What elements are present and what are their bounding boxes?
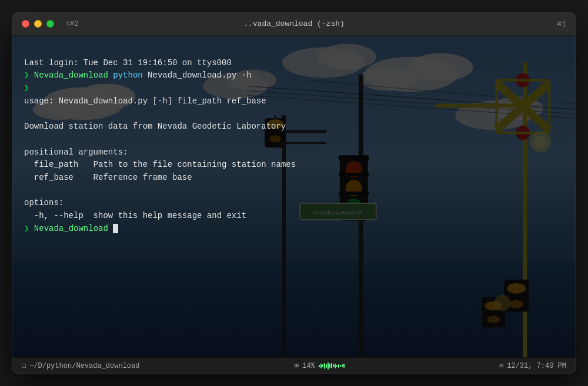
terminal-overlay[interactable]: Last login: Tue Dec 31 19:16:50 on ttys0… (12, 36, 576, 357)
waveform-bar (329, 364, 330, 368)
file-path-line: file_path Path to the file containing st… (24, 160, 296, 169)
waveform (319, 362, 345, 370)
options-header: options: (24, 198, 64, 207)
terminal-window: ⌥⌘2 ..vada_download (-zsh) ⌘1 (12, 12, 576, 374)
prompt-dir-1: Nevada_download (34, 71, 108, 80)
current-path: ~/D/python/Nevada_download (29, 362, 139, 370)
waveform-bar (322, 364, 323, 367)
statusbar-right: ⊙ 12/31, 7:40 PM (499, 361, 566, 370)
waveform-bar (343, 364, 345, 368)
window-title: ..vada_download (-zsh) (243, 19, 345, 28)
terminal-content: Last login: Tue Dec 31 19:16:50 on ttys0… (24, 44, 564, 235)
close-button[interactable] (22, 20, 29, 28)
ref-base-line: ref_base Reference frame base (24, 173, 192, 182)
statusbar: □ ~/D/python/Nevada_download ⊞ 14% (12, 357, 576, 374)
terminal-body[interactable]: Kamakura Road St. (12, 36, 576, 357)
cpu-icon: ⊞ (295, 361, 299, 370)
waveform-bar (335, 364, 336, 368)
prompt-arrow-1: ❯ (24, 71, 34, 80)
maximize-button[interactable] (46, 20, 54, 28)
folder-icon: □ (22, 362, 26, 370)
cmd-python: python (113, 71, 142, 80)
shortcut-right: ⌘1 (557, 19, 566, 29)
positional-header: positional arguments: (24, 147, 128, 157)
waveform-bar (320, 364, 322, 368)
minimize-button[interactable] (34, 20, 42, 28)
cursor (113, 224, 118, 233)
waveform-bar (336, 365, 338, 367)
datetime: 12/31, 7:40 PM (507, 362, 566, 370)
waveform-bar (340, 365, 341, 367)
titlebar: ⌥⌘2 ..vada_download (-zsh) ⌘1 (12, 12, 576, 36)
statusbar-center: ⊞ 14% (295, 361, 345, 370)
statusbar-left: □ ~/D/python/Nevada_download (22, 362, 139, 370)
login-line: Last login: Tue Dec 31 19:16:50 on ttys0… (24, 58, 232, 68)
waveform-bar (338, 364, 339, 368)
waveform-bar (326, 364, 327, 368)
script-name: Nevada_download.py (148, 71, 236, 80)
waveform-bar (331, 363, 332, 368)
titlebar-left: ⌥⌘2 (22, 19, 79, 28)
help-option-line: -h, --help show this help message and ex… (24, 211, 246, 220)
waveform-bar (324, 363, 325, 369)
clock-icon: ⊙ (499, 361, 503, 370)
waveform-bar (319, 365, 320, 367)
prompt-dir-2: Nevada_download (34, 224, 108, 233)
prompt-arrow-2: ❯ (24, 224, 34, 233)
waveform-bar (333, 364, 334, 367)
waveform-bar (328, 362, 329, 370)
description-line: Download station data from Nevada Geodet… (24, 122, 286, 131)
script-args: -h (242, 71, 252, 80)
waveform-bar (342, 364, 343, 367)
shortcut-left: ⌥⌘2 (66, 19, 79, 28)
cpu-usage: 14% (302, 362, 315, 370)
continuation-marker: ❯ (24, 83, 29, 93)
usage-line: usage: Nevada_download.py [-h] file_path… (24, 96, 266, 106)
